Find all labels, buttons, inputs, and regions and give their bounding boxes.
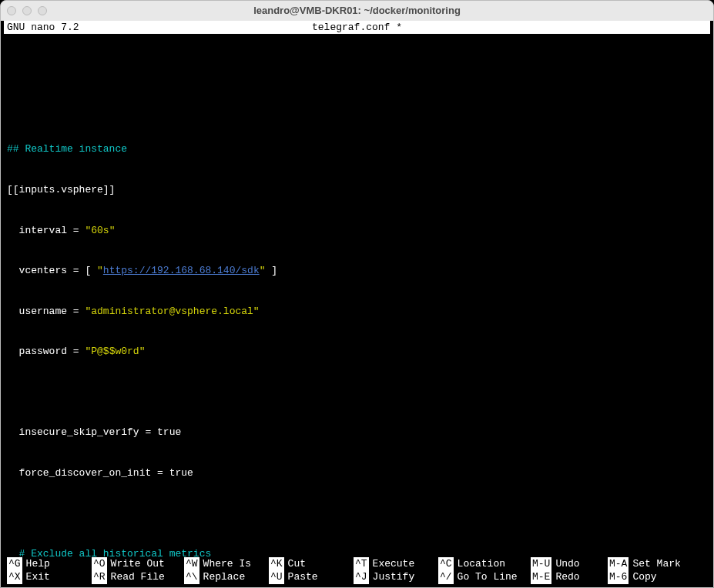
nano-shortcut-bar: ^GHelp ^OWrite Out ^WWhere Is ^KCut ^TEx… bbox=[4, 557, 710, 584]
shortcut-paste[interactable]: ^UPaste bbox=[269, 570, 354, 584]
shortcut-redo[interactable]: M-ERedo bbox=[531, 570, 608, 584]
interval-label: interval = bbox=[7, 225, 85, 236]
vcenters-url[interactable]: https://192.168.68.140/sdk bbox=[103, 265, 260, 276]
traffic-lights bbox=[7, 6, 47, 15]
exclude-historical-comment: # Exclude all historical metrics bbox=[7, 548, 211, 557]
nano-header: GNU nano 7.2 telegraf.conf * x bbox=[4, 21, 710, 34]
shortcut-justify[interactable]: ^JJustify bbox=[354, 570, 438, 584]
force-line: force_discover_on_init = true bbox=[7, 466, 707, 480]
shortcut-read-file[interactable]: ^RRead File bbox=[92, 570, 184, 584]
password-label: password = bbox=[7, 346, 85, 357]
shortcut-copy[interactable]: M-6Copy bbox=[608, 570, 707, 584]
shortcut-row-1: ^GHelp ^OWrite Out ^WWhere Is ^KCut ^TEx… bbox=[7, 557, 707, 571]
shortcut-location[interactable]: ^CLocation bbox=[438, 557, 531, 571]
shortcut-help[interactable]: ^GHelp bbox=[7, 557, 92, 571]
shortcut-goto-line[interactable]: ^/Go To Line bbox=[438, 570, 531, 584]
minimize-icon[interactable] bbox=[22, 6, 32, 15]
nano-file-label: telegraf.conf * bbox=[7, 21, 707, 34]
username-label: username = bbox=[7, 306, 85, 317]
vcenters-label: vcenters = [ bbox=[7, 265, 97, 276]
username-value: "administrator@vsphere.local" bbox=[85, 306, 259, 317]
comment-realtime: ## Realtime instance bbox=[7, 143, 127, 155]
shortcut-undo[interactable]: M-UUndo bbox=[531, 557, 608, 571]
terminal-body[interactable]: GNU nano 7.2 telegraf.conf * x ## Realti… bbox=[1, 21, 713, 587]
close-icon[interactable] bbox=[7, 6, 16, 15]
shortcut-write-out[interactable]: ^OWrite Out bbox=[92, 557, 184, 571]
password-value: "P@$$w0rd" bbox=[85, 346, 145, 357]
insecure-line: insecure_skip_verify = true bbox=[7, 426, 707, 439]
shortcut-exit[interactable]: ^XExit bbox=[7, 570, 92, 584]
shortcut-execute[interactable]: ^TExecute bbox=[354, 557, 438, 571]
interval-value: "60s" bbox=[85, 225, 115, 236]
nano-app-label: GNU nano 7.2 bbox=[7, 21, 79, 34]
maximize-icon[interactable] bbox=[38, 6, 47, 15]
inputs-block: [[inputs.vsphere]] bbox=[7, 183, 707, 197]
shortcut-cut[interactable]: ^KCut bbox=[269, 557, 354, 571]
shortcut-set-mark[interactable]: M-ASet Mark bbox=[608, 557, 707, 571]
editor-area[interactable]: ## Realtime instance [[inputs.vsphere]] … bbox=[4, 34, 710, 557]
shortcut-replace[interactable]: ^\Replace bbox=[184, 570, 269, 584]
shortcut-row-2: ^XExit ^RRead File ^\Replace ^UPaste ^JJ… bbox=[7, 570, 707, 584]
titlebar[interactable]: leandro@VMB-DKR01: ~/docker/monitoring bbox=[1, 1, 713, 21]
window-title: leandro@VMB-DKR01: ~/docker/monitoring bbox=[1, 4, 713, 18]
terminal-window: leandro@VMB-DKR01: ~/docker/monitoring G… bbox=[0, 0, 714, 588]
shortcut-where-is[interactable]: ^WWhere Is bbox=[184, 557, 269, 571]
